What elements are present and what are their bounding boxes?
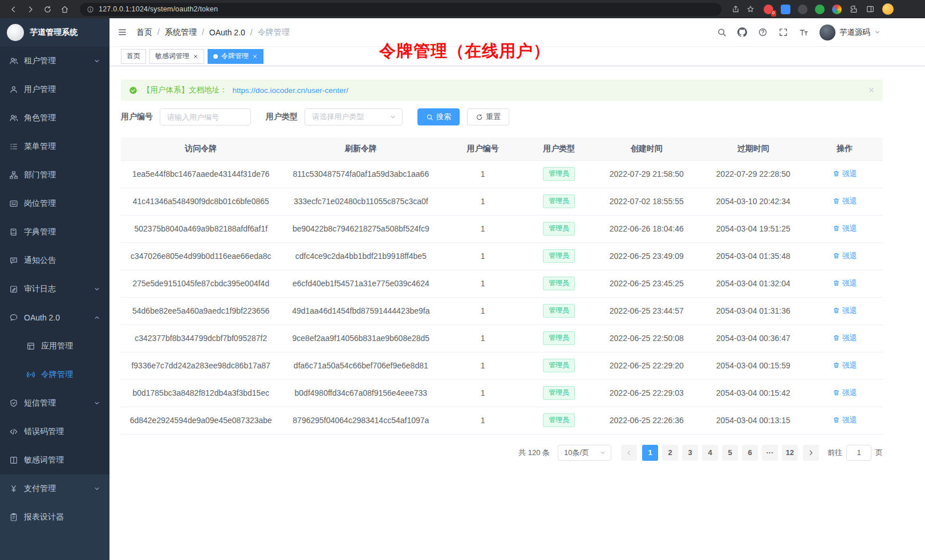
page-number-button[interactable]: 3 bbox=[682, 445, 698, 461]
refresh-token-cell: 49d1aa46d1454fbd87591444423be9fa bbox=[281, 297, 441, 324]
sidebar-menu-item[interactable]: 短信管理 bbox=[0, 389, 109, 417]
sidebar-menu-item[interactable]: 应用管理 bbox=[0, 332, 109, 360]
sidebar-menu-item[interactable]: 部门管理 bbox=[0, 161, 109, 189]
breadcrumb-current: 令牌管理 bbox=[258, 27, 290, 38]
goto-page-input[interactable] bbox=[846, 445, 871, 461]
sidebar-menu-item[interactable]: 敏感词管理 bbox=[0, 446, 109, 474]
alert-close-icon[interactable] bbox=[868, 87, 875, 94]
refresh-token-cell: 811c530487574fa0af1a59d3abc1aa66 bbox=[281, 160, 441, 188]
help-icon[interactable] bbox=[758, 27, 768, 37]
force-logout-button[interactable]: 强退 bbox=[833, 360, 857, 371]
access-token-cell: 1ea5e44f8bc1467aaede43144f31de76 bbox=[121, 160, 281, 188]
page-number-button[interactable]: 2 bbox=[662, 445, 678, 461]
sidebar-menu-item[interactable]: 菜单管理 bbox=[0, 132, 109, 161]
sidebar-menu-item[interactable]: 令牌管理 bbox=[0, 360, 109, 389]
sidebar-menu-item[interactable]: 通知公告 bbox=[0, 246, 109, 275]
sidebar-menu-item[interactable]: 错误码管理 bbox=[0, 417, 109, 446]
force-logout-button[interactable]: 强退 bbox=[833, 388, 857, 398]
page-number-button[interactable]: 1 bbox=[642, 445, 658, 461]
user-type-cell: 管理员 bbox=[525, 270, 593, 297]
browser-profile-avatar[interactable] bbox=[882, 3, 894, 15]
force-logout-button[interactable]: 强退 bbox=[833, 196, 857, 206]
force-logout-button[interactable]: 强退 bbox=[833, 278, 857, 289]
sidebar-collapse-icon[interactable] bbox=[117, 27, 127, 37]
user-type-select[interactable]: 请选择用户类型 bbox=[305, 108, 403, 125]
browser-reload-button[interactable] bbox=[40, 2, 55, 17]
user-menu[interactable]: 芋道源码 bbox=[819, 25, 881, 40]
shield-icon bbox=[9, 399, 18, 408]
sidebar-menu-item-label: 用户管理 bbox=[24, 84, 100, 95]
site-info-icon[interactable] bbox=[87, 6, 94, 13]
search-button[interactable]: 搜索 bbox=[417, 108, 460, 125]
browser-forward-button[interactable] bbox=[23, 2, 38, 17]
extension-icon-1[interactable]: 0 bbox=[764, 5, 773, 14]
sidebar-menu-item[interactable]: 岗位管理 bbox=[0, 189, 109, 218]
create-time-cell: 2022-06-25 23:49:09 bbox=[593, 242, 700, 270]
sidebar-menu-item[interactable]: 角色管理 bbox=[0, 104, 109, 132]
extensions-puzzle-icon[interactable] bbox=[849, 5, 858, 14]
share-icon[interactable] bbox=[732, 5, 740, 13]
breadcrumb-home[interactable]: 首页 bbox=[136, 27, 160, 38]
page-size-select[interactable]: 10条/页 bbox=[558, 445, 611, 461]
breadcrumb-system[interactable]: 系统管理 bbox=[165, 27, 204, 38]
force-logout-label: 强退 bbox=[842, 306, 857, 316]
page-number-button[interactable]: 4 bbox=[702, 445, 718, 461]
user-type-badge: 管理员 bbox=[543, 277, 575, 290]
page-number-button[interactable]: 12 bbox=[782, 445, 798, 461]
force-logout-button[interactable]: 强退 bbox=[833, 333, 857, 343]
user-type-label: 用户类型 bbox=[266, 112, 298, 122]
access-token-cell: b0d1785bc3a8482f812db4a3f3bd15ec bbox=[121, 379, 281, 407]
reset-button[interactable]: 重置 bbox=[467, 108, 509, 125]
header-search-icon[interactable] bbox=[717, 27, 727, 37]
sidebar-menu-item[interactable]: 报表设计器 bbox=[0, 503, 109, 531]
page-number-button[interactable]: ··· bbox=[762, 445, 778, 461]
users-icon bbox=[9, 56, 18, 66]
goto-label: 前往 bbox=[827, 448, 842, 458]
page-tab[interactable]: 敏感词管理 bbox=[149, 49, 204, 64]
extension-icon-2[interactable] bbox=[781, 5, 790, 14]
page-unit-label: 页 bbox=[875, 448, 883, 458]
extension-icon-4[interactable] bbox=[815, 5, 825, 14]
sidebar-menu-item[interactable]: 租户管理 bbox=[0, 47, 109, 75]
side-panel-icon[interactable] bbox=[866, 5, 875, 14]
close-tab-icon[interactable] bbox=[252, 54, 258, 59]
extension-icon-5[interactable] bbox=[832, 5, 842, 14]
next-page-button[interactable] bbox=[803, 445, 819, 461]
browser-home-button[interactable] bbox=[57, 2, 72, 17]
browser-back-button[interactable] bbox=[6, 2, 21, 17]
sidebar-menu-item[interactable]: 字典管理 bbox=[0, 218, 109, 246]
sidebar-menu-item[interactable]: 审计日志 bbox=[0, 275, 109, 303]
force-logout-button[interactable]: 强退 bbox=[833, 306, 857, 316]
page-number-button[interactable]: 6 bbox=[742, 445, 758, 461]
extension-icon-3[interactable] bbox=[798, 5, 808, 14]
close-tab-icon[interactable] bbox=[193, 54, 198, 59]
github-icon[interactable] bbox=[737, 27, 747, 37]
expire-time-cell: 2054-03-10 20:42:34 bbox=[700, 188, 806, 215]
refresh-token-cell: dfa6c71a50a54c66bef706ef9e6e8d81 bbox=[281, 352, 441, 379]
force-logout-button[interactable]: 强退 bbox=[833, 415, 857, 425]
yen-icon bbox=[9, 484, 18, 493]
breadcrumb-oauth[interactable]: OAuth 2.0 bbox=[209, 28, 253, 37]
bookmark-star-icon[interactable] bbox=[747, 5, 754, 13]
browser-address-bar[interactable]: 127.0.0.1:1024/system/oauth2/token bbox=[80, 3, 721, 16]
sidebar-menu-item[interactable]: 支付管理 bbox=[0, 474, 109, 503]
sidebar-menu-item-label: 错误码管理 bbox=[24, 427, 100, 437]
doc-link[interactable]: https://doc.iocoder.cn/user-center/ bbox=[233, 86, 348, 95]
force-logout-button[interactable]: 强退 bbox=[833, 224, 857, 234]
prev-page-button[interactable] bbox=[621, 445, 637, 461]
expire-time-cell: 2054-03-04 01:35:48 bbox=[700, 242, 806, 270]
chat-icon bbox=[9, 256, 18, 265]
font-size-icon[interactable] bbox=[799, 27, 809, 37]
page-number-button[interactable]: 5 bbox=[722, 445, 738, 461]
user-id-input[interactable] bbox=[160, 108, 251, 125]
page-tab[interactable]: 首页 bbox=[121, 49, 146, 64]
sidebar-menu-item[interactable]: 用户管理 bbox=[0, 75, 109, 104]
page-tab[interactable]: 令牌管理 bbox=[208, 49, 263, 64]
fullscreen-icon[interactable] bbox=[778, 27, 788, 37]
sidebar-menu-item[interactable]: OAuth 2.0 bbox=[0, 303, 109, 332]
force-logout-button[interactable]: 强退 bbox=[833, 251, 857, 261]
force-logout-button[interactable]: 强退 bbox=[833, 169, 857, 179]
app-logo[interactable]: 芋道管理系统 bbox=[0, 18, 109, 47]
force-logout-label: 强退 bbox=[842, 415, 857, 425]
delete-icon bbox=[833, 416, 840, 424]
